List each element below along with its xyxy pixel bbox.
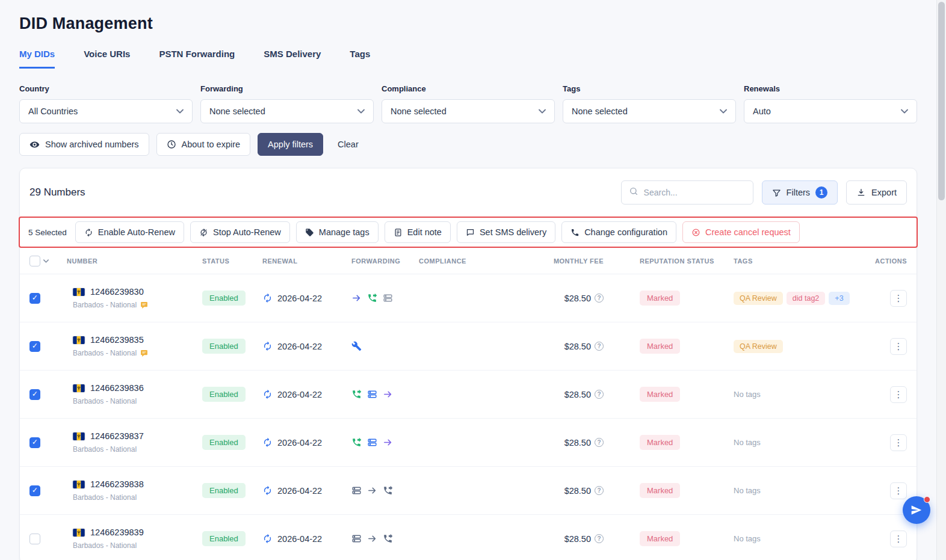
note-icon[interactable] — [140, 349, 148, 357]
tab-pstn-forwarding[interactable]: PSTN Forwarding — [159, 49, 235, 69]
fee-info-icon[interactable]: ? — [595, 486, 604, 495]
column-monthly-fee[interactable]: MONTHLY FEE — [509, 257, 614, 265]
select-all-checkbox[interactable] — [29, 256, 40, 266]
change-configuration-button[interactable]: Change configuration — [561, 221, 676, 243]
reputation-cell: Marked — [614, 483, 724, 498]
row-select-cell — [20, 437, 67, 448]
number-cell: 12466239830 Barbados - National — [67, 287, 202, 309]
tags-select-value: None selected — [572, 106, 628, 116]
scrollbar-thumb[interactable] — [938, 2, 945, 200]
column-number[interactable]: NUMBER — [67, 257, 202, 265]
fee-info-icon[interactable]: ? — [595, 534, 604, 543]
compliance-select[interactable]: None selected — [382, 99, 555, 123]
status-cell: Enabled — [202, 291, 262, 306]
fee-info-icon[interactable]: ? — [595, 438, 604, 447]
tag-badge[interactable]: QA Review — [734, 340, 783, 353]
tags-cell: No tags — [724, 438, 862, 447]
renewal-date: 2026-04-22 — [277, 534, 322, 544]
about-to-expire-button[interactable]: About to expire — [156, 133, 251, 156]
did-number[interactable]: 12466239830 — [90, 287, 144, 297]
reputation-cell: Marked — [614, 387, 724, 402]
column-status[interactable]: STATUS — [202, 257, 262, 265]
chevron-down-icon — [539, 109, 546, 114]
phone-forward-icon — [351, 437, 362, 448]
did-number[interactable]: 12466239837 — [90, 431, 144, 441]
country-select[interactable]: All Countries — [19, 99, 193, 123]
row-actions-button[interactable]: ⋮ — [890, 386, 907, 403]
enable-auto-renew-button[interactable]: Enable Auto-Renew — [75, 221, 184, 243]
tags-select[interactable]: None selected — [563, 99, 736, 123]
auto-renew-off-icon — [199, 228, 208, 237]
auto-renew-icon — [262, 437, 273, 448]
create-cancel-request-button[interactable]: Create cancel request — [682, 221, 800, 243]
row-checkbox[interactable] — [29, 534, 40, 544]
column-compliance[interactable]: COMPLIANCE — [419, 257, 509, 265]
search-input[interactable] — [644, 188, 746, 197]
actions-cell: ⋮ — [862, 531, 917, 547]
tab-sms-delivery[interactable]: SMS Delivery — [264, 49, 321, 69]
row-checkbox[interactable] — [29, 293, 40, 304]
show-archived-button[interactable]: Show archived numbers — [19, 133, 149, 156]
status-badge: Enabled — [202, 339, 246, 354]
row-checkbox[interactable] — [29, 341, 40, 352]
column-renewal[interactable]: RENEWAL — [262, 257, 351, 265]
row-checkbox[interactable] — [29, 389, 40, 400]
row-checkbox[interactable] — [29, 485, 40, 496]
search-icon — [629, 186, 638, 198]
renewal-cell: 2026-04-22 — [262, 341, 351, 351]
row-actions-button[interactable]: ⋮ — [890, 531, 907, 547]
table-row: 12466239837 Barbados - National Enabled … — [20, 419, 917, 467]
did-number[interactable]: 12466239835 — [90, 335, 144, 345]
tab-tags[interactable]: Tags — [350, 49, 370, 69]
create-cancel-request-label: Create cancel request — [705, 227, 791, 237]
renewals-select[interactable]: Auto — [744, 99, 917, 123]
column-reputation-status[interactable]: REPUTATION STATUS — [614, 257, 724, 265]
manage-tags-button[interactable]: Manage tags — [296, 221, 379, 243]
forwarding-select[interactable]: None selected — [200, 99, 374, 123]
row-actions-button[interactable]: ⋮ — [890, 338, 907, 355]
tag-badge[interactable]: did tag2 — [787, 292, 825, 305]
set-sms-delivery-button[interactable]: Set SMS delivery — [457, 221, 555, 243]
row-checkbox[interactable] — [29, 437, 40, 448]
apply-filters-button[interactable]: Apply filters — [258, 133, 323, 156]
did-number[interactable]: 12466239836 — [90, 383, 144, 393]
column-forwarding[interactable]: FORWARDING — [351, 257, 419, 265]
tab-my-dids[interactable]: My DIDs — [19, 49, 55, 69]
chat-bubble-icon — [466, 228, 475, 237]
chevron-down-icon — [901, 109, 908, 114]
support-fab-button[interactable] — [903, 496, 930, 524]
vertical-scrollbar[interactable] — [936, 0, 946, 560]
tags-cell: No tags — [724, 534, 862, 543]
edit-note-button[interactable]: Edit note — [385, 221, 451, 243]
row-actions-button[interactable]: ⋮ — [890, 434, 907, 451]
filters-button[interactable]: Filters 1 — [762, 180, 838, 205]
stop-auto-renew-button[interactable]: Stop Auto-Renew — [190, 221, 290, 243]
auto-renew-icon — [262, 534, 273, 544]
table-header: NUMBER STATUS RENEWAL FORWARDING COMPLIA… — [20, 248, 917, 274]
clear-filters-button[interactable]: Clear — [338, 140, 359, 149]
forwarding-icons — [351, 293, 419, 303]
tag-badge[interactable]: +3 — [829, 292, 849, 305]
selection-menu-chevron-icon[interactable] — [43, 259, 49, 263]
did-number[interactable]: 12466239838 — [90, 479, 144, 489]
barbados-flag-icon — [73, 432, 85, 440]
monthly-fee: $28.50 — [564, 438, 591, 448]
fee-info-icon[interactable]: ? — [595, 390, 604, 399]
did-number[interactable]: 12466239839 — [90, 528, 144, 537]
forwarding-select-value: None selected — [209, 106, 265, 116]
enable-auto-renew-label: Enable Auto-Renew — [98, 227, 175, 237]
status-cell: Enabled — [202, 339, 262, 354]
row-actions-button[interactable]: ⋮ — [890, 482, 907, 499]
reputation-badge: Marked — [640, 435, 680, 450]
reputation-cell: Marked — [614, 435, 724, 450]
row-actions-button[interactable]: ⋮ — [890, 290, 907, 307]
fee-info-icon[interactable]: ? — [595, 294, 604, 303]
renewal-cell: 2026-04-22 — [262, 485, 351, 496]
table-body: 12466239830 Barbados - National Enabled … — [20, 274, 917, 560]
tab-voice-uris[interactable]: Voice URIs — [84, 49, 130, 69]
column-tags[interactable]: TAGS — [724, 257, 862, 265]
note-icon[interactable] — [140, 301, 148, 309]
fee-info-icon[interactable]: ? — [595, 342, 604, 351]
export-button[interactable]: Export — [846, 180, 907, 205]
tag-badge[interactable]: QA Review — [734, 292, 783, 305]
